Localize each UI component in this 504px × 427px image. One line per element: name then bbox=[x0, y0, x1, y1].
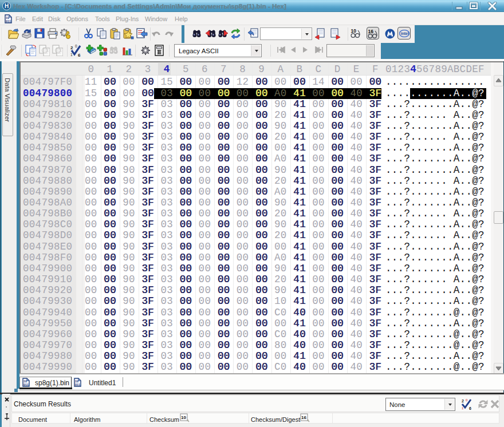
svg-text:011: 011 bbox=[75, 383, 80, 387]
svg-text:10: 10 bbox=[351, 28, 357, 34]
svg-text:2: 2 bbox=[462, 399, 464, 403]
svg-text:0: 0 bbox=[466, 398, 468, 402]
svg-text:011: 011 bbox=[23, 383, 29, 387]
svg-text:2: 2 bbox=[70, 45, 73, 50]
svg-text:1: 1 bbox=[70, 53, 73, 57]
svg-text:6: 6 bbox=[78, 53, 81, 57]
svg-text:6: 6 bbox=[469, 406, 471, 410]
svg-text:H: H bbox=[5, 3, 9, 9]
svg-text:011: 011 bbox=[6, 20, 11, 23]
svg-text:10: 10 bbox=[181, 415, 186, 420]
svg-text:0: 0 bbox=[75, 44, 77, 48]
svg-text:16: 16 bbox=[301, 415, 306, 420]
svg-text:intel: intel bbox=[401, 31, 409, 35]
svg-text:16: 16 bbox=[368, 29, 374, 34]
